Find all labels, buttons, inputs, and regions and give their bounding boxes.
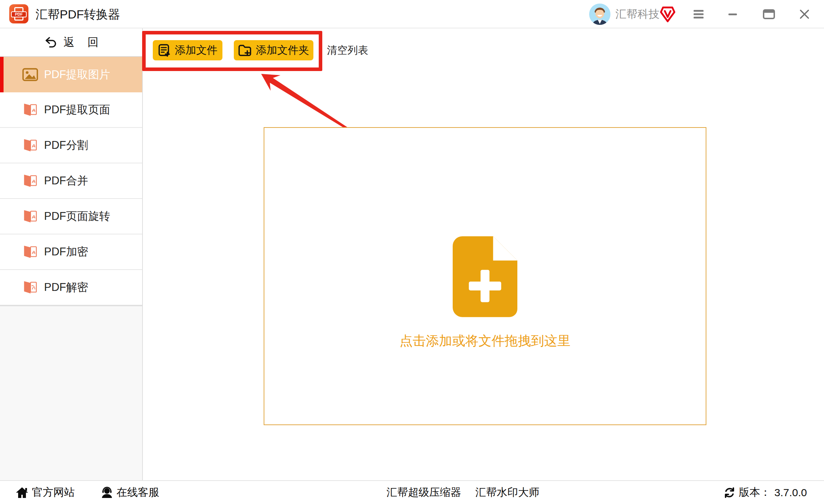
app-title: 汇帮PDF转换器 xyxy=(36,0,120,28)
back-button[interactable]: 返 回 xyxy=(0,28,142,57)
version-label: 版本： xyxy=(739,485,771,500)
pdf-book-icon xyxy=(22,208,38,224)
minimize-icon xyxy=(728,10,737,19)
add-folder-label: 添加文件夹 xyxy=(256,43,309,58)
footer-bar: 官方网站 在线客服 汇帮超级压缩器 汇帮水印大师 版本 xyxy=(0,480,824,504)
menu-button[interactable] xyxy=(688,0,709,28)
sidebar-item-label: PDF解密 xyxy=(44,280,88,295)
vip-shield-icon xyxy=(659,6,676,23)
official-site-label: 官方网站 xyxy=(32,485,75,500)
pdf-book-icon xyxy=(22,137,38,153)
pdf-label: PDF xyxy=(11,11,27,17)
sidebar-item-label: PDF合并 xyxy=(44,173,88,188)
watermark-link[interactable]: 汇帮水印大师 xyxy=(475,481,539,504)
file-dropzone[interactable]: 点击添加或将文件拖拽到这里 xyxy=(264,127,706,425)
add-folder-button[interactable]: 添加文件夹 xyxy=(234,40,313,60)
avatar-illustration xyxy=(589,3,611,25)
update-refresh-icon[interactable] xyxy=(724,487,735,498)
sidebar-item-label: PDF分割 xyxy=(44,138,88,153)
official-site-link[interactable]: 官方网站 xyxy=(16,481,75,504)
sidebar-item-label: PDF提取图片 xyxy=(44,67,110,82)
sidebar-item-pdf-extract-image[interactable]: PDF提取图片 xyxy=(0,57,142,92)
account-name[interactable]: 汇帮科技 xyxy=(615,0,659,28)
user-avatar[interactable] xyxy=(589,3,611,25)
maximize-button[interactable] xyxy=(758,0,780,28)
app-logo-icon: PDF xyxy=(9,4,28,23)
pdf-book-icon xyxy=(22,102,38,118)
online-support-link[interactable]: 在线客服 xyxy=(101,481,159,504)
sidebar-filler xyxy=(0,305,142,480)
compressor-label: 汇帮超级压缩器 xyxy=(387,485,461,500)
back-arrow-icon xyxy=(44,36,58,48)
maximize-icon xyxy=(763,9,775,19)
watermark-label: 汇帮水印大师 xyxy=(475,485,539,500)
close-button[interactable] xyxy=(794,0,815,28)
sidebar-item-label: PDF页面旋转 xyxy=(44,209,110,224)
sidebar-item-pdf-merge[interactable]: PDF合并 xyxy=(0,163,142,199)
main-panel: 添加文件 添加文件夹 清空列表 点击添加或将文件拖拽到这里 xyxy=(143,28,824,480)
clear-list-button[interactable]: 清空列表 xyxy=(327,40,368,60)
hamburger-icon xyxy=(693,10,704,19)
add-file-label: 添加文件 xyxy=(175,43,217,58)
image-icon xyxy=(22,66,38,83)
vip-badge-icon[interactable] xyxy=(659,6,676,23)
pdf-book-icon xyxy=(22,279,38,296)
dropzone-hint: 点击添加或将文件拖拽到这里 xyxy=(400,332,571,350)
pdf-book-icon xyxy=(22,244,38,260)
version-value: 3.7.0.0 xyxy=(774,487,807,499)
sidebar-item-label: PDF加密 xyxy=(44,244,88,259)
add-file-icon xyxy=(158,44,171,57)
version-info: 版本：3.7.0.0 xyxy=(724,481,807,504)
title-bar: PDF 汇帮PDF转换器 汇帮科技 xyxy=(0,0,824,28)
online-support-label: 在线客服 xyxy=(117,485,159,500)
sidebar-item-pdf-decrypt[interactable]: PDF解密 xyxy=(0,270,142,305)
add-document-icon xyxy=(453,236,517,317)
sidebar-item-pdf-split[interactable]: PDF分割 xyxy=(0,128,142,163)
sidebar-item-pdf-encrypt[interactable]: PDF加密 xyxy=(0,234,142,270)
sidebar-item-pdf-extract-page[interactable]: PDF提取页面 xyxy=(0,92,142,128)
close-icon xyxy=(799,9,809,19)
back-label: 返 回 xyxy=(64,35,99,50)
app-window: PDF 汇帮PDF转换器 汇帮科技 xyxy=(0,0,824,504)
compressor-link[interactable]: 汇帮超级压缩器 xyxy=(387,481,461,504)
sidebar-item-pdf-rotate[interactable]: PDF页面旋转 xyxy=(0,199,142,234)
add-folder-icon xyxy=(238,44,252,57)
home-icon xyxy=(16,487,28,499)
pdf-book-icon xyxy=(22,173,38,189)
headset-person-icon xyxy=(101,487,113,499)
add-file-button[interactable]: 添加文件 xyxy=(153,40,222,60)
sidebar: 返 回 PDF提取图片 PDF提取页面 PDF分割 xyxy=(0,28,143,480)
sidebar-item-label: PDF提取页面 xyxy=(44,102,110,117)
minimize-button[interactable] xyxy=(722,0,743,28)
